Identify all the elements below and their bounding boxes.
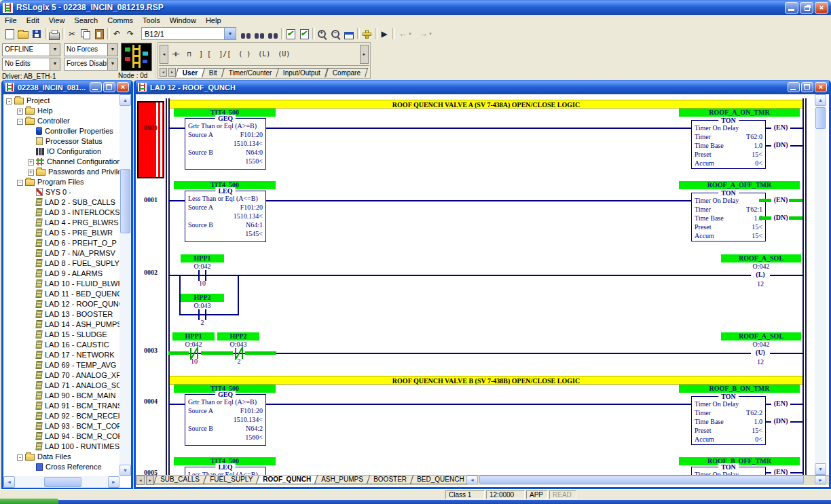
- ladder-scroll-up-button[interactable]: ▲: [815, 94, 826, 106]
- instruction-tag[interactable]: ROOF_A_SOL: [721, 254, 801, 263]
- menu-comms[interactable]: Comms: [103, 16, 138, 24]
- ton-block[interactable]: TON Timer On Delay TimerT62:2 Time Base1…: [691, 396, 766, 445]
- selected-rung-block[interactable]: [137, 101, 164, 178]
- edits-dropdown-button[interactable]: ▼: [50, 58, 60, 70]
- rung-number[interactable]: 0000: [136, 124, 166, 132]
- instruction-tag[interactable]: ROOF_B_ON_TMR: [679, 385, 800, 393]
- tree-scroll-right-button[interactable]: ►: [108, 476, 119, 488]
- tree-item-passwords-and-privileges[interactable]: +Passwords and Privileges: [3, 167, 119, 177]
- branch-icon[interactable]: ⊓: [187, 50, 191, 58]
- ladder-maximize-button[interactable]: [801, 82, 813, 92]
- tree-minimize-button[interactable]: [90, 82, 102, 92]
- zoom-out-button[interactable]: −: [329, 27, 342, 41]
- redo-button[interactable]: ↷: [124, 27, 137, 41]
- rung-comment-header[interactable]: ROOF QUENCH VALVE A (SV 7-438A) OPEN/CLO…: [170, 100, 802, 109]
- tree-item-lad-69-temp-avg[interactable]: LAD 69 - TEMP_AVG: [3, 360, 119, 370]
- paste-button[interactable]: [92, 27, 106, 41]
- en-coil[interactable]: (EN): [771, 196, 790, 204]
- new-file-button[interactable]: [3, 27, 16, 41]
- tree-vertical-scrollbar[interactable]: [119, 94, 131, 476]
- en-coil[interactable]: (EN): [771, 400, 790, 408]
- palette-tab-user[interactable]: User: [175, 68, 205, 77]
- rung-number[interactable]: 0001: [136, 196, 166, 203]
- forces-state-dropdown-button[interactable]: ▼: [107, 58, 117, 70]
- address-combobox[interactable]: B12/1 ▼: [141, 27, 236, 40]
- tree-maximize-button[interactable]: [103, 82, 115, 92]
- ladder-scroll-down-button[interactable]: ▼: [815, 463, 826, 475]
- navigate-forward-button[interactable]: →▼: [417, 27, 435, 41]
- instruction-tag[interactable]: HPP1: [172, 332, 215, 341]
- find-next-button[interactable]: [253, 27, 266, 41]
- tree-item-lad-3-interlocks[interactable]: LAD 3 - INTERLOCKS: [3, 208, 119, 218]
- forces-combobox[interactable]: No Forces ▼: [64, 43, 118, 56]
- tree-item-lad-9-alarms[interactable]: LAD 9 - ALARMS: [3, 269, 119, 279]
- minimize-button[interactable]: [785, 2, 798, 14]
- leq-block[interactable]: LEQ Less Than or Eql (A<=B) Source AF101…: [185, 191, 266, 242]
- rung-number[interactable]: 0005: [136, 469, 166, 475]
- ladder-hscroll-left-button[interactable]: ◄: [466, 476, 478, 484]
- instruction-tag[interactable]: HPP2: [217, 332, 259, 341]
- menu-file[interactable]: File: [0, 16, 22, 24]
- tree-item-lad-13-booster[interactable]: LAD 13 - BOOSTER: [3, 309, 119, 319]
- instruction-tag[interactable]: HPP2: [181, 294, 224, 302]
- tree-item-lad-91-bcm-transm[interactable]: LAD 91 - BCM_TRANSM: [3, 401, 119, 411]
- tree-item-project[interactable]: -Project: [3, 96, 119, 106]
- tree-item-channel-configuration[interactable]: +Channel Configuration: [3, 157, 119, 167]
- print-button[interactable]: [48, 27, 61, 41]
- tree-item-controller[interactable]: -Controller: [3, 116, 119, 126]
- find-button[interactable]: [239, 27, 253, 41]
- xio-contact-icon[interactable]: ]/[: [219, 50, 231, 58]
- run-button[interactable]: ▶: [377, 27, 391, 41]
- tree-scroll-left-button[interactable]: ◄: [3, 476, 15, 488]
- menu-edit[interactable]: Edit: [22, 16, 44, 24]
- copy-button[interactable]: [79, 27, 92, 41]
- rung-number[interactable]: 0004: [136, 398, 166, 405]
- ladder-close-button[interactable]: ×: [815, 82, 827, 92]
- ton-block[interactable]: TON Timer On Delay: [691, 467, 766, 475]
- tree-scroll-up-button[interactable]: ▲: [119, 94, 131, 106]
- unlatch-coil[interactable]: (U): [751, 349, 770, 357]
- instruction-tag[interactable]: ROOF_A_ON_TMR: [679, 109, 800, 117]
- find-replace-button[interactable]: [266, 27, 280, 41]
- sheet-tab-roof-qunch[interactable]: ROOF_QUNCH: [256, 476, 318, 484]
- xic-contact-icon[interactable]: ] [: [199, 50, 211, 58]
- sheet-tab-sub-calls[interactable]: SUB_CALLS: [153, 476, 206, 484]
- tree-close-button[interactable]: ×: [117, 82, 129, 92]
- tree-item-lad-12-roof-qunch[interactable]: LAD 12 - ROOF_QUNCH: [3, 299, 119, 309]
- tree-item-io-configuration[interactable]: IO Configuration: [3, 147, 119, 157]
- open-file-button[interactable]: [16, 27, 30, 41]
- tree-item-lad-94-bcm-r-copy[interactable]: LAD 94 - BCM_R_COPY: [3, 431, 119, 442]
- rung-comment-header[interactable]: ROOF QUENCH VALVE B (SV 7-438B) OPEN/CLO…: [170, 376, 802, 385]
- ton-block[interactable]: TON Timer On Delay TimerT62:0 Time Base1…: [691, 120, 766, 169]
- tree-item-sys-0[interactable]: SYS 0 -: [3, 187, 119, 197]
- restore-button[interactable]: [800, 2, 813, 14]
- tree-item-lad-6-preht-o-p[interactable]: LAD 6 - PREHT_O_P: [3, 238, 119, 248]
- latch-coil[interactable]: (L): [751, 271, 770, 279]
- tree-scroll-down-button[interactable]: ▼: [119, 465, 131, 476]
- tree-item-lad-90-bcm-main[interactable]: LAD 90 - BCM_MAIN: [3, 391, 119, 401]
- geq-block[interactable]: GEQ Grtr Than or Eql (A>=B) Source AF101…: [185, 394, 266, 446]
- sheet-tab-ash-pumps[interactable]: ASH_PUMPS: [314, 476, 370, 484]
- leq-block[interactable]: LEQ Less Than or Eql (A<=B): [185, 467, 266, 475]
- edits-combobox[interactable]: No Edits ▼: [2, 58, 60, 71]
- navigate-back-button[interactable]: ←▼: [396, 27, 414, 41]
- tree-item-processor-status[interactable]: Processor Status: [3, 136, 119, 147]
- dn-coil[interactable]: (DN): [771, 141, 790, 149]
- cut-button[interactable]: ✂: [65, 27, 79, 41]
- menu-window[interactable]: Window: [165, 16, 201, 24]
- zoom-in-button[interactable]: +: [315, 27, 329, 41]
- tree-item-lad-70-analog-xfr[interactable]: LAD 70 - ANALOG_XFR: [3, 370, 119, 381]
- expand-box[interactable]: +: [28, 159, 34, 166]
- expand-box[interactable]: +: [28, 170, 34, 176]
- dn-coil[interactable]: (DN): [771, 417, 790, 425]
- sheet-tab-bed-quench[interactable]: BED_QUENCH: [410, 476, 471, 484]
- verify-file-button[interactable]: ✔: [284, 27, 297, 41]
- tree-item-lad-5-pre-blwr[interactable]: LAD 5 - PRE_BLWR: [3, 228, 119, 238]
- rung-number[interactable]: 0002: [136, 269, 166, 276]
- menu-search[interactable]: Search: [69, 16, 103, 24]
- tree-item-lad-71-analog-scl[interactable]: LAD 71 - ANALOG_SCL: [3, 381, 119, 391]
- ote-coil-icon[interactable]: ( ): [238, 50, 251, 58]
- otl-coil-icon[interactable]: (L): [258, 50, 270, 58]
- tree-item-lad-7-n-a-prmsv[interactable]: LAD 7 - N/A_PRMSV: [3, 248, 119, 258]
- tree-window-titlebar[interactable]: 02238_INCIN_081... ×: [3, 80, 131, 94]
